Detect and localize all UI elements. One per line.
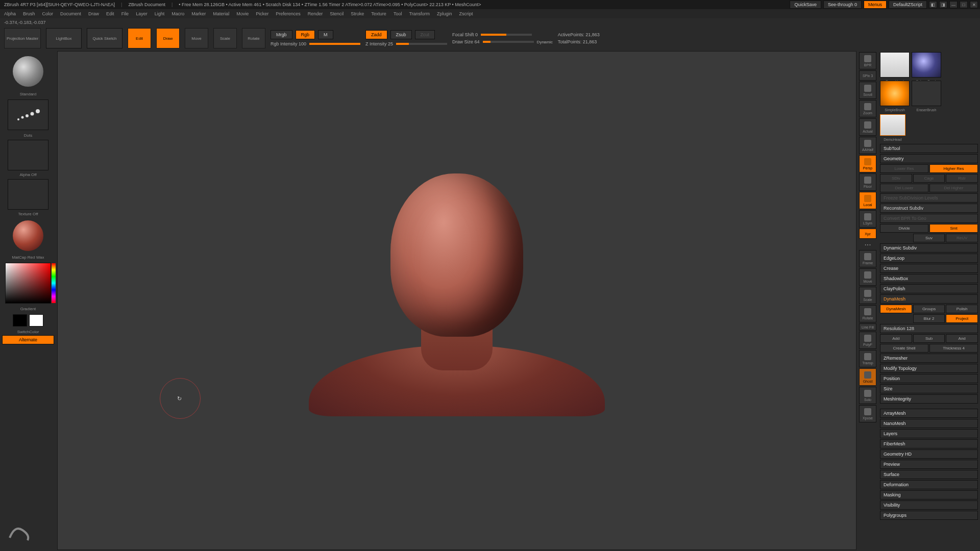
secondary-color-swatch[interactable] [13,314,27,327]
actual-button[interactable]: Actual [859,118,876,136]
maximize-icon[interactable]: □ [960,1,968,8]
add-button[interactable]: Add [880,334,912,343]
menu-preferences[interactable]: Preferences [276,11,301,16]
claypolish-header[interactable]: ClayPolish [880,284,978,293]
del-lower-button[interactable]: Del Lower [880,184,928,192]
dynamesh-button[interactable]: DynaMesh [880,305,912,313]
fibermesh-header[interactable]: FiberMesh [880,439,978,448]
menu-transform[interactable]: Transform [409,11,430,16]
dynamesh-header[interactable]: DynaMesh [880,294,978,304]
menu-render[interactable]: Render [308,11,323,16]
bpr-button[interactable]: BPR [859,52,876,69]
switch-color-button[interactable]: SwitchColor [2,330,54,334]
aahalf-button[interactable]: AAHalf [859,137,876,154]
quick-sketch-button[interactable]: Quick Sketch [87,28,122,48]
default-zscript-button[interactable]: DefaultZScript [889,1,927,9]
menu-stroke[interactable]: Stroke [351,11,364,16]
active-tool-thumb[interactable]: DemoHead [880,114,905,136]
polish-button[interactable]: Polish [946,305,978,313]
dynamic-label[interactable]: Dynamic [537,40,553,44]
persp-button[interactable]: Persp [859,155,876,172]
mrgb-button[interactable]: Mrgb [271,30,292,39]
nav-move-button[interactable]: Move [859,268,876,286]
edgeloop-header[interactable]: EdgeLoop [880,254,978,263]
edit-mode-button[interactable]: Edit [128,28,151,48]
menu-color[interactable]: Color [42,11,54,16]
deformation-header[interactable]: Deformation [880,480,978,489]
menu-file[interactable]: File [121,11,129,16]
arraymesh-header[interactable]: ArrayMesh [880,409,978,418]
mesh-integrity-header[interactable]: MeshIntegrity [880,394,978,404]
canvas-viewport[interactable]: ↻ [57,51,856,550]
menu-macro[interactable]: Macro [172,11,184,16]
freeze-subdiv-button[interactable]: Freeze SubDivision Levels [880,193,978,203]
sub-button[interactable]: Sub [913,334,945,343]
menu-material[interactable]: Material [213,11,229,16]
visibility-header[interactable]: Visibility [880,500,978,510]
modify-topology-header[interactable]: Modify Topology [880,364,978,373]
model-preview[interactable] [314,151,600,436]
gradient-label[interactable]: Gradient [2,307,54,311]
menu-tool[interactable]: Tool [394,11,402,16]
higher-res-button[interactable]: Higher Res [929,164,978,173]
menu-movie[interactable]: Movie [236,11,249,16]
zcut-button[interactable]: Zcut [415,30,435,39]
dock-icon[interactable]: ◧ [929,1,937,8]
shadowbox-header[interactable]: ShadowBox [880,274,978,283]
position-header[interactable]: Position [880,374,978,383]
resolution-slider[interactable]: Resolution 128 [880,324,978,333]
scale-mode-button[interactable]: Scale [213,28,237,48]
nanomesh-header[interactable]: NanoMesh [880,419,978,428]
smt-button[interactable]: Smt [929,224,978,233]
focal-shift-label[interactable]: Focal Shift 0 [452,32,478,37]
surface-header[interactable]: Surface [880,470,978,479]
alpha-slot[interactable] [8,140,48,170]
geometry-header[interactable]: Geometry [880,154,978,163]
alternate-button[interactable]: Alternate [2,335,54,344]
zsub-button[interactable]: Zsub [390,30,412,39]
zadd-button[interactable]: Zadd [365,30,387,39]
masking-header[interactable]: Masking [880,490,978,499]
crease-header[interactable]: Crease [880,264,978,273]
sdiv-slider[interactable]: SDiv [880,174,912,183]
polyf-button[interactable]: PolyF [859,332,876,349]
cage-button[interactable]: Cage [913,174,945,183]
xpose-button[interactable]: Xpose [859,405,876,422]
menu-picker[interactable]: Picker [256,11,268,16]
lower-res-button[interactable]: Lower Res [880,164,928,173]
del-higher-button[interactable]: Del Higher [929,184,978,192]
and-button[interactable]: And [946,334,978,343]
divide-button[interactable]: Divide [880,224,928,233]
nav-rotate-button[interactable]: Rotate [859,305,876,322]
close-icon[interactable]: ✕ [970,1,978,8]
rgb-intensity-label[interactable]: Rgb Intensity 100 [271,41,306,46]
tool-simplebrush[interactable]: SimpleBrush [880,81,910,106]
menu-draw[interactable]: Draw [88,11,99,16]
lsym-button[interactable]: LSym [859,210,876,228]
menus-button[interactable]: Menus [864,1,887,9]
scroll-button[interactable]: Scroll [859,82,876,99]
quicksave-button[interactable]: QuickSave [790,1,821,9]
menu-texture[interactable]: Texture [371,11,386,16]
draw-mode-button[interactable]: Draw [156,28,180,48]
zoom-button[interactable]: Zoom [859,100,876,117]
axis-dots[interactable]: • • • [859,240,876,249]
layers-header[interactable]: Layers [880,429,978,438]
menu-alpha[interactable]: Alpha [4,11,16,16]
z-intensity-label[interactable]: Z Intensity 25 [365,41,393,46]
menu-zscript[interactable]: Zscript [459,11,473,16]
spix-slider[interactable]: SPix 3 [859,70,876,81]
menu-stencil[interactable]: Stencil [330,11,344,16]
color-picker[interactable] [5,263,51,304]
xyz-button[interactable]: Xyz [859,229,876,239]
primary-color-swatch[interactable] [29,314,43,327]
menu-document[interactable]: Document [60,11,81,16]
suv-button[interactable]: Suv [913,234,945,242]
dock-icon[interactable]: ◨ [939,1,947,8]
menu-edit[interactable]: Edit [106,11,114,16]
material-thumbnail[interactable] [13,220,43,251]
project-button[interactable]: Project [946,314,978,323]
tool-demohead[interactable]: DemoHead [880,52,910,78]
size-header[interactable]: Size [880,384,978,393]
preview-header[interactable]: Preview [880,460,978,469]
